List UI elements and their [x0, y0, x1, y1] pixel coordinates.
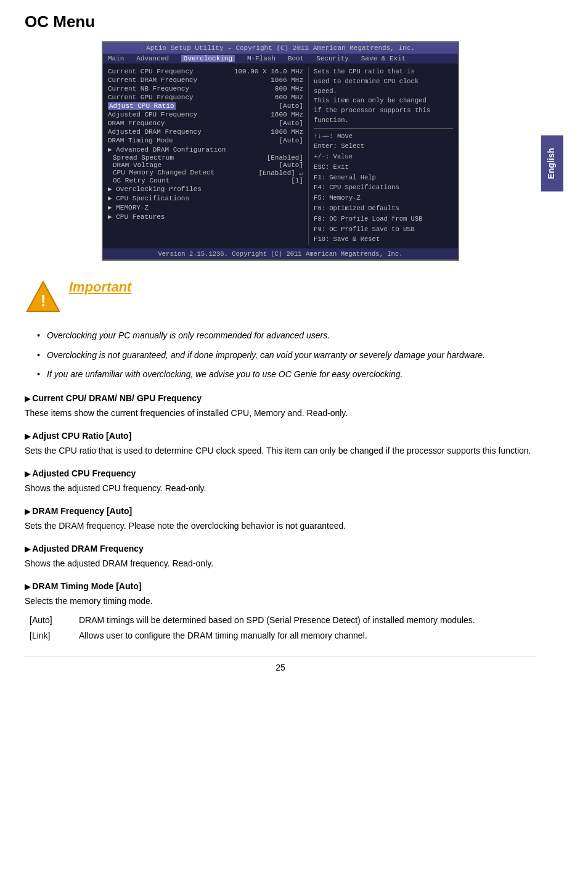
section-header-adjusted-cpu-freq: Adjusted CPU Frequency [25, 468, 536, 478]
important-icon-wrapper: ! [25, 279, 62, 319]
bios-right-panel: Sets the CPU ratio that is used to deter… [309, 67, 458, 245]
bios-item-cpu-mem-changed: CPU Memory Changed Detect [Enabled] ↵ [108, 169, 303, 177]
section-adjusted-cpu-freq: Adjusted CPU Frequency Shows the adjuste… [25, 468, 536, 495]
bios-item-dram-timing: DRAM Timing Mode [Auto] [108, 136, 303, 145]
bios-item-adjusted-dram-freq: Adjusted DRAM Frequency 1066 MHz [108, 128, 303, 136]
bios-key-hints: ↑↓→←: Move Enter: Select +/-: Value ESC:… [314, 131, 453, 245]
nav-overclocking: Overclocking [181, 55, 235, 62]
nav-boot: Boot [288, 55, 304, 62]
nav-mflash: M-Flash [247, 55, 276, 62]
nav-save-exit: Save & Exit [361, 55, 406, 62]
bios-item-cpu-features: ▶ CPU Features [108, 212, 303, 221]
bios-left-panel: Current CPU Frequency 100.00 X 16.0 MHz … [103, 67, 309, 245]
section-desc-adjusted-dram-freq: Shows the adjusted DRAM frequency. Read-… [25, 557, 536, 570]
important-section: ! Important [25, 279, 536, 319]
bullet-item-1: Overclocking your PC manually is only re… [37, 330, 536, 342]
bios-screenshot: Aptio Setup Utility - Copyright (C) 2011… [102, 41, 459, 261]
section-dram-timing-mode: DRAM Timing Mode [Auto] Selects the memo… [25, 581, 536, 643]
section-header-adjust-cpu-ratio: Adjust CPU Ratio [Auto] [25, 431, 536, 441]
option-row-link: [Link] Allows user to configure the DRAM… [25, 628, 536, 643]
section-adjusted-dram-freq: Adjusted DRAM Frequency Shows the adjust… [25, 544, 536, 570]
section-desc-dram-freq: Sets the DRAM frequency. Please note the… [25, 520, 536, 533]
warning-icon: ! [25, 279, 62, 316]
section-header-adjusted-dram-freq: Adjusted DRAM Frequency [25, 544, 536, 553]
page-title: OC Menu [25, 12, 536, 31]
bios-item-oc-retry: OC Retry Count [1] [108, 177, 303, 184]
section-header-dram-timing: DRAM Timing Mode [Auto] [25, 581, 536, 591]
bullet-item-2: Overclocking is not guaranteed, and if d… [37, 349, 536, 362]
bios-item-adjusted-cpu-freq: Adjusted CPU Frequency 1600 MHz [108, 110, 303, 119]
option-key-link: [Link] [25, 628, 74, 643]
bios-item-adjust-cpu-ratio: Adjust CPU Ratio [Auto] [108, 102, 303, 110]
option-val-auto: DRAM timings will be determined based on… [74, 613, 536, 628]
bios-item-current-cpu-freq: Current CPU Frequency 100.00 X 16.0 MHz [108, 67, 303, 76]
section-header-current-freq: Current CPU/ DRAM/ NB/ GPU Frequency [25, 393, 536, 403]
bios-item-current-nb-freq: Current NB Frequency 800 MHz [108, 84, 303, 93]
nav-main: Main [108, 55, 124, 62]
bios-item-dram-freq: DRAM Frequency [Auto] [108, 119, 303, 128]
bios-item-oc-profiles: ▶ Overclocking Profiles [108, 184, 303, 194]
section-adjust-cpu-ratio: Adjust CPU Ratio [Auto] Sets the CPU rat… [25, 431, 536, 457]
section-desc-current-freq: These items show the current frequencies… [25, 407, 536, 420]
section-current-freq: Current CPU/ DRAM/ NB/ GPU Frequency The… [25, 393, 536, 420]
nav-advanced: Advanced [136, 55, 169, 62]
bullet-item-3: If you are unfamiliar with overclocking,… [37, 369, 536, 381]
bios-item-spread-spectrum: Spread Spectrum [Enabled] [108, 154, 303, 161]
bios-title: Aptio Setup Utility - Copyright (C) 2011… [103, 43, 458, 54]
section-desc-adjusted-cpu-freq: Shows the adjusted CPU frequency. Read-o… [25, 482, 536, 495]
bios-item-current-dram-freq: Current DRAM Frequency 1066 MHz [108, 76, 303, 84]
option-row-auto: [Auto] DRAM timings will be determined b… [25, 613, 536, 628]
important-bullet-list: Overclocking your PC manually is only re… [37, 330, 536, 381]
bios-nav: Main Advanced Overclocking M-Flash Boot … [103, 54, 458, 63]
bios-item-current-gpu-freq: Current GPU Frequency 600 MHz [108, 93, 303, 102]
bios-item-cpu-spec: ▶ CPU Specifications [108, 194, 303, 203]
section-dram-freq: DRAM Frequency [Auto] Sets the DRAM freq… [25, 506, 536, 533]
option-key-auto: [Auto] [25, 613, 74, 628]
bios-help-text: Sets the CPU ratio that is used to deter… [314, 67, 453, 126]
important-title: Important [69, 279, 131, 295]
svg-text:!: ! [41, 292, 46, 310]
page-number: 25 [25, 656, 536, 672]
dram-timing-options-table: [Auto] DRAM timings will be determined b… [25, 613, 536, 643]
bios-item-dram-voltage: DRAM Voltage [Auto] [108, 161, 303, 169]
section-desc-dram-timing: Selects the memory timing mode. [25, 595, 536, 608]
section-desc-adjust-cpu-ratio: Sets the CPU ratio that is used to deter… [25, 444, 536, 457]
bios-footer: Version 2.15.1236. Copyright (C) 2011 Am… [103, 248, 458, 259]
section-header-dram-freq: DRAM Frequency [Auto] [25, 506, 536, 516]
language-tab: English [541, 136, 563, 192]
bios-item-memory-z: ▶ MEMORY-Z [108, 203, 303, 212]
option-val-link: Allows user to configure the DRAM timing… [74, 628, 536, 643]
bios-item-adv-dram: ▶ Advanced DRAM Configuration [108, 145, 303, 154]
nav-security: Security [316, 55, 349, 62]
